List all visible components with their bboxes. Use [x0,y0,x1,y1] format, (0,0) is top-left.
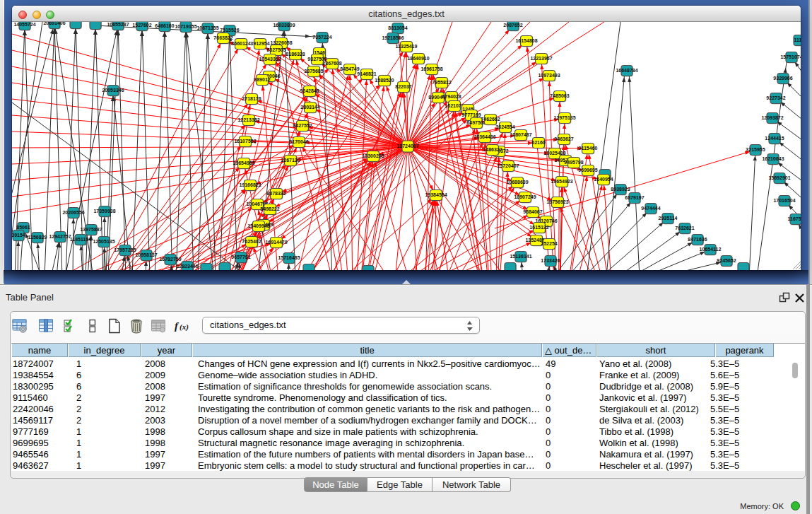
svg-text:11451194: 11451194 [70,237,91,242]
svg-text:15692901: 15692901 [768,175,790,180]
svg-text:7632621: 7632621 [675,226,694,230]
svg-text:1244415: 1244415 [765,136,784,141]
svg-text:9227342: 9227342 [766,95,785,100]
svg-text:10654112: 10654112 [700,247,722,252]
svg-text:2087652: 2087652 [503,23,522,28]
svg-text:1156829: 1156829 [28,235,47,240]
svg-text:6879197: 6879197 [625,195,644,200]
svg-text:85061: 85061 [16,225,30,230]
svg-text:19384554: 19384554 [425,192,447,197]
svg-text:15136141: 15136141 [510,254,531,259]
svg-text:822037: 822037 [395,84,411,89]
svg-text:9657791: 9657791 [231,255,250,259]
svg-text:15300295: 15300295 [362,153,384,158]
svg-text:9115460: 9115460 [579,146,598,151]
svg-text:10973493: 10973493 [538,73,560,78]
svg-text:1615132: 1615132 [529,225,548,230]
svg-text:14055724: 14055724 [13,22,35,27]
svg-text:19756923: 19756923 [546,199,568,204]
svg-text:10719155: 10719155 [175,24,196,29]
svg-text:10807487: 10807487 [510,132,531,137]
svg-text:10958137: 10958137 [135,252,157,257]
svg-text:7357224: 7357224 [312,35,331,40]
svg-text:7625402: 7625402 [242,239,261,244]
svg-text:3875685: 3875685 [304,69,323,74]
svg-text:2803144: 2803144 [300,105,319,110]
svg-text:10671355: 10671355 [196,25,218,30]
svg-text:15751074: 15751074 [780,54,801,59]
svg-text:3215955: 3215955 [746,147,765,152]
svg-text:f: f [175,320,180,332]
svg-text:1527602: 1527602 [132,23,151,28]
svg-text:8938923: 8938923 [611,187,630,192]
svg-text:12975135: 12975135 [553,115,575,120]
svg-text:9327505: 9327505 [266,47,286,52]
svg-text:9495798: 9495798 [564,160,583,165]
svg-text:3170046: 3170046 [289,139,308,144]
svg-text:3624554: 3624554 [495,124,514,129]
svg-text:1117: 1117 [794,37,801,42]
svg-text:5498222: 5498222 [260,206,279,211]
svg-text:16154808: 16154808 [515,38,537,43]
svg-text:16210643: 16210643 [762,156,784,161]
svg-text:18724007: 18724007 [396,144,418,148]
svg-text:12923446: 12923446 [176,264,198,269]
svg-text:20206556: 20206556 [62,210,84,215]
svg-text:7462662: 7462662 [481,117,500,122]
svg-text:19218506: 19218506 [382,35,404,40]
svg-text:10543362: 10543362 [259,57,281,62]
svg-text:2935114: 2935114 [659,216,678,221]
svg-text:18640910: 18640910 [407,56,429,61]
svg-text:1621072: 1621072 [445,103,464,108]
svg-text:19654923: 19654923 [551,179,572,184]
svg-text:16107552: 16107552 [234,139,256,144]
svg-text:17359938: 17359938 [93,209,115,214]
svg-text:9463627: 9463627 [554,136,573,141]
svg-text:19166822: 19166822 [239,182,261,187]
svg-text:3912954: 3912954 [250,41,269,46]
svg-text:62160: 62160 [531,140,546,145]
svg-text:3267130: 3267130 [281,158,300,163]
svg-text:17016504: 17016504 [773,198,795,203]
svg-text:7515526: 7515526 [220,28,239,33]
svg-text:15409948: 15409948 [247,223,269,228]
svg-text:16914479: 16914479 [265,240,287,245]
svg-text:39154: 39154 [12,233,25,238]
svg-text:1588520: 1588520 [375,78,394,83]
svg-text:252254: 252254 [541,241,557,246]
svg-text:7663822: 7663822 [213,35,233,40]
svg-text:20364436: 20364436 [473,134,495,139]
svg-text:20691406: 20691406 [43,22,65,25]
svg-text:17957255: 17957255 [114,247,136,252]
svg-text:7955812: 7955812 [432,80,451,85]
svg-text:15716485: 15716485 [278,255,300,260]
svg-text:(x): (x) [180,322,189,332]
svg-text:116753: 116753 [788,216,801,221]
svg-text:19654985: 19654985 [233,160,254,165]
svg-text:7485063: 7485063 [550,93,569,98]
svg-text:8813054: 8813054 [388,25,407,30]
svg-text:8454749: 8454749 [340,66,359,71]
svg-text:1640954: 1640954 [594,177,613,182]
svg-text:9684067: 9684067 [523,209,542,214]
svg-text:8660124: 8660124 [231,41,250,46]
svg-text:11325419: 11325419 [396,44,418,49]
svg-text:16648784: 16648784 [616,68,637,73]
svg-text:16782759: 16782759 [159,257,181,262]
svg-text:1486322: 1486322 [483,147,502,152]
svg-text:9474444: 9474444 [641,206,660,211]
svg-text:12213382: 12213382 [237,117,259,122]
svg-text:16033809: 16033809 [273,23,295,28]
svg-text:13975887: 13975887 [80,227,102,232]
svg-text:12505135: 12505135 [93,239,114,244]
svg-text:1733426: 1733426 [541,258,560,263]
svg-text:18907249: 18907249 [514,194,536,199]
svg-text:6466160: 6466160 [155,23,174,28]
svg-text:8427552: 8427552 [293,123,312,128]
svg-text:10688639: 10688639 [506,180,528,185]
svg-text:15720407: 15720407 [497,163,519,168]
svg-text:9329966: 9329966 [773,76,792,81]
svg-text:20053346: 20053346 [102,88,124,93]
svg-text:8186328: 8186328 [286,52,305,57]
svg-text:8878332: 8878332 [266,191,286,196]
